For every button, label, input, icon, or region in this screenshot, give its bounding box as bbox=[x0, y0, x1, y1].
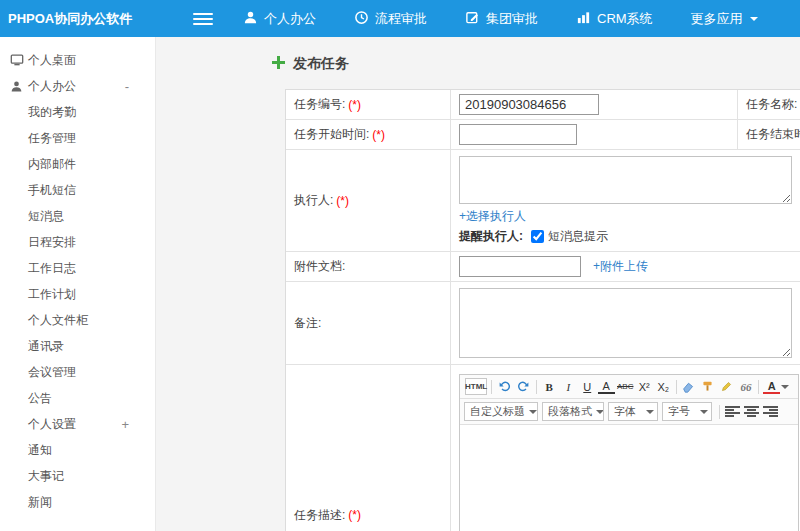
editor-subscript-button[interactable]: X₂ bbox=[655, 378, 672, 395]
nav-group-approval[interactable]: 集团审批 bbox=[465, 10, 538, 28]
collapse-icon[interactable]: - bbox=[125, 80, 129, 93]
top-nav: 个人办公 流程审批 集团审批 CRM系统 更多应用 bbox=[243, 10, 796, 28]
sidebar-item-work-plan[interactable]: 工作计划 bbox=[0, 281, 155, 307]
row-task-number: 任务编号: (*) 任务名称: (*) bbox=[286, 90, 800, 120]
desktop-icon bbox=[10, 53, 28, 67]
sidebar-item-meeting-management[interactable]: 会议管理 bbox=[0, 359, 155, 385]
end-time-label: 任务结束时间: bbox=[746, 126, 800, 143]
rich-text-editor: HTML B I U A ABC X² bbox=[459, 374, 799, 531]
editor-highlight-pen-icon[interactable] bbox=[718, 378, 735, 395]
sidebar-item-notice[interactable]: 通知 bbox=[0, 437, 155, 463]
executor-textarea[interactable] bbox=[459, 156, 792, 204]
sidebar-item-mobile-sms[interactable]: 手机短信 bbox=[0, 177, 155, 203]
top-bar: PHPOA协同办公软件 个人办公 流程审批 集团审批 CRM系统 更多应用 bbox=[0, 0, 800, 37]
sidebar-item-personal-files[interactable]: 个人文件柜 bbox=[0, 307, 155, 333]
page-title: 发布任务 bbox=[272, 53, 800, 75]
sidebar-item-personal-settings[interactable]: 个人设置 + bbox=[0, 411, 155, 437]
editor-eraser-icon[interactable] bbox=[680, 378, 697, 395]
required-mark: (*) bbox=[348, 98, 361, 112]
required-mark: (*) bbox=[336, 194, 349, 208]
sidebar-item-my-attendance[interactable]: 我的考勤 bbox=[0, 99, 155, 125]
remark-label: 备注: bbox=[294, 315, 321, 332]
sidebar-item-short-message[interactable]: 短消息 bbox=[0, 203, 155, 229]
user-icon bbox=[243, 10, 264, 28]
user-icon bbox=[10, 80, 28, 93]
editor-strikethrough-button[interactable]: ABC bbox=[617, 378, 634, 395]
chart-icon bbox=[576, 10, 597, 28]
expand-icon[interactable]: + bbox=[121, 418, 129, 431]
editor-superscript-button[interactable]: X² bbox=[636, 378, 653, 395]
editor-custom-title-dropdown[interactable]: 自定义标题 bbox=[464, 402, 538, 421]
sms-remind-label: 短消息提示 bbox=[548, 228, 608, 245]
row-executor: 执行人: (*) +选择执行人 提醒执行人: 短消息提示 bbox=[286, 150, 800, 252]
executor-label: 执行人: bbox=[294, 192, 333, 209]
editor-font-family-dropdown[interactable]: 字体 bbox=[608, 402, 658, 421]
editor-bold-button[interactable]: B bbox=[541, 378, 558, 395]
row-attachment: 附件文档: +附件上传 bbox=[286, 252, 800, 282]
editor-html-source-button[interactable]: HTML bbox=[465, 378, 487, 395]
menu-toggle-icon[interactable] bbox=[193, 10, 213, 28]
required-mark: (*) bbox=[372, 128, 385, 142]
nav-personal-office[interactable]: 个人办公 bbox=[243, 10, 316, 28]
task-number-label: 任务编号: bbox=[294, 96, 345, 113]
nav-process-approval[interactable]: 流程审批 bbox=[354, 10, 427, 28]
sidebar-item-announcement[interactable]: 公告 bbox=[0, 385, 155, 411]
editor-undo-icon[interactable] bbox=[496, 378, 513, 395]
editor-font-button[interactable]: A bbox=[598, 379, 615, 394]
sidebar-item-personal-office[interactable]: 个人办公 - bbox=[0, 73, 155, 99]
remind-executor-label: 提醒执行人: bbox=[459, 228, 523, 245]
align-left-icon[interactable] bbox=[725, 405, 740, 418]
required-mark: (*) bbox=[348, 508, 361, 522]
start-time-input[interactable] bbox=[459, 124, 577, 145]
nav-more-apps[interactable]: 更多应用 bbox=[691, 10, 758, 28]
caret-down-icon bbox=[700, 410, 708, 418]
editor-blockquote-button[interactable]: 66 bbox=[737, 378, 754, 395]
sidebar: 个人桌面 个人办公 - 我的考勤 任务管理 内部邮件 手机短信 短消息 日程安排… bbox=[0, 37, 156, 531]
app-window: PHPOA协同办公软件 个人办公 流程审批 集团审批 CRM系统 更多应用 bbox=[0, 0, 800, 531]
editor-toolbar-row2: 自定义标题 段落格式 字体 字号 bbox=[460, 399, 798, 425]
choose-executor-link[interactable]: +选择执行人 bbox=[459, 208, 526, 225]
font-color-caret-icon[interactable] bbox=[781, 377, 790, 396]
sidebar-item-work-log[interactable]: 工作日志 bbox=[0, 255, 155, 281]
caret-down-icon bbox=[646, 410, 654, 418]
publish-task-form: 任务编号: (*) 任务名称: (*) 任务开始时间: (*) bbox=[285, 89, 800, 531]
sidebar-item-task-management[interactable]: 任务管理 bbox=[0, 125, 155, 151]
description-label: 任务描述: bbox=[294, 507, 345, 524]
sidebar-item-personal-desktop[interactable]: 个人桌面 bbox=[0, 47, 155, 73]
row-task-time: 任务开始时间: (*) 任务结束时间: (*) bbox=[286, 120, 800, 150]
sidebar-item-address-book[interactable]: 通讯录 bbox=[0, 333, 155, 359]
row-remark: 备注: bbox=[286, 282, 800, 365]
app-logo: PHPOA协同办公软件 bbox=[0, 10, 156, 28]
caret-down-icon bbox=[750, 17, 758, 25]
sms-remind-checkbox[interactable] bbox=[531, 230, 544, 243]
sidebar-item-news[interactable]: 新闻 bbox=[0, 489, 155, 515]
sidebar-item-internal-mail[interactable]: 内部邮件 bbox=[0, 151, 155, 177]
editor-paragraph-format-dropdown[interactable]: 段落格式 bbox=[542, 402, 604, 421]
start-time-label: 任务开始时间: bbox=[294, 126, 369, 143]
attachment-upload-link[interactable]: +附件上传 bbox=[593, 258, 648, 275]
caret-down-icon bbox=[596, 410, 604, 418]
align-center-icon[interactable] bbox=[744, 405, 759, 418]
task-name-label: 任务名称: bbox=[746, 96, 797, 113]
editor-font-color-button[interactable]: A bbox=[763, 379, 780, 394]
caret-down-icon bbox=[529, 410, 537, 418]
editor-italic-button[interactable]: I bbox=[560, 378, 577, 395]
sidebar-item-schedule[interactable]: 日程安排 bbox=[0, 229, 155, 255]
editor-toolbar-row1: HTML B I U A ABC X² bbox=[460, 375, 798, 399]
attachment-input[interactable] bbox=[459, 256, 581, 277]
add-icon bbox=[272, 55, 285, 73]
clock-icon bbox=[354, 10, 375, 28]
nav-crm-system[interactable]: CRM系统 bbox=[576, 10, 653, 28]
remark-textarea[interactable] bbox=[459, 288, 792, 358]
editor-redo-icon[interactable] bbox=[515, 378, 532, 395]
align-right-icon[interactable] bbox=[763, 405, 778, 418]
edit-icon bbox=[465, 10, 486, 28]
task-number-input[interactable] bbox=[459, 94, 599, 115]
attachment-label: 附件文档: bbox=[294, 258, 345, 275]
row-description: 任务描述: (*) HTML B I bbox=[286, 365, 800, 531]
editor-font-size-dropdown[interactable]: 字号 bbox=[662, 402, 712, 421]
sidebar-item-milestones[interactable]: 大事记 bbox=[0, 463, 155, 489]
editor-format-painter-icon[interactable] bbox=[699, 378, 716, 395]
editor-content-area[interactable] bbox=[460, 425, 798, 531]
editor-underline-button[interactable]: U bbox=[579, 378, 596, 395]
